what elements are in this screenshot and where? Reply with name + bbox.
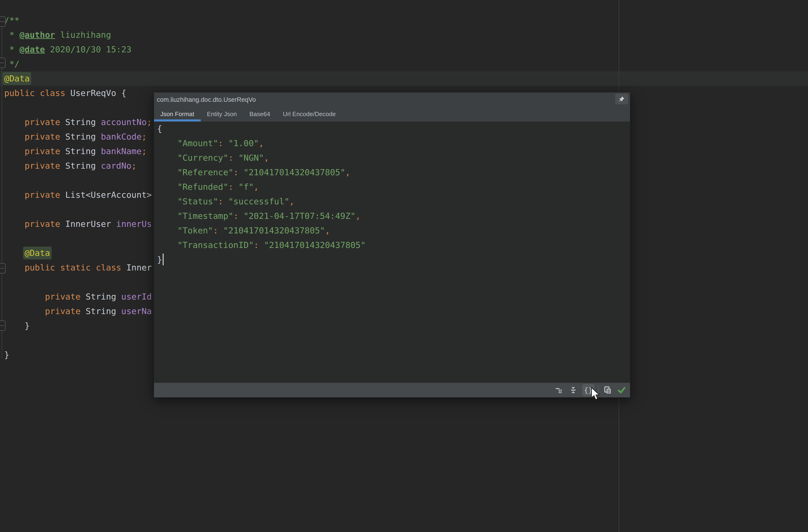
code-token: ; [142,146,147,156]
code-token: @date [19,44,45,54]
code-token: private [25,146,65,156]
code-token: 2020/10/30 15:23 [45,44,131,54]
code-token: accountNo [101,117,147,127]
code-line: */ [4,57,808,71]
code-token: public class [4,88,70,98]
code-token: Inner [126,263,152,272]
code-token: String [65,161,101,171]
code-token: liuzhihang [55,30,111,40]
code-token: String [65,146,101,156]
code-token: /** [4,16,19,25]
json-text: { "Amount": "1.00", "Currency": "NGN", "… [157,121,366,267]
code-line: /** [4,13,808,28]
code-token: * [4,30,19,40]
join-lines-icon[interactable] [554,384,564,396]
popup-header: com.liuzhihang.doc.dto.UserReqVo [154,92,630,107]
mouse-cursor [591,387,602,402]
code-token: private [25,132,65,141]
fold-marker-icon[interactable] [0,263,6,273]
json-line: "Amount": "1.00", [157,136,366,151]
popup-toolbar: {} [154,383,630,397]
code-token: bankCode [101,132,142,141]
code-token: } [4,350,10,360]
code-token: List<UserAccount> [65,190,152,200]
collapse-lines-icon[interactable] [568,384,579,396]
code-token: String [65,117,101,127]
code-token: String [86,306,121,316]
popup-title: com.liuzhihang.doc.dto.UserReqVo [157,92,256,107]
popup-tabbar: Json FormatEntity JsonBase64Url Encode/D… [154,107,630,121]
json-line: } [157,252,366,267]
code-token: innerUs [116,219,152,229]
json-line: "Reference": "210417014320437805", [157,165,366,180]
code-token: * [4,44,19,54]
code-token: UserReqVo [70,88,121,98]
code-token: userId [121,292,152,301]
code-token: @author [19,30,55,40]
code-token: userNa [121,306,152,316]
doc-view-popup: com.liuzhihang.doc.dto.UserReqVo Json Fo… [154,92,630,398]
json-line: "Token": "210417014320437805", [157,223,366,238]
code-token: { [121,88,127,98]
json-output-area[interactable]: { "Amount": "1.00", "Currency": "NGN", "… [154,121,630,383]
code-token: String [86,292,121,301]
tab-base64[interactable]: Base64 [243,107,277,121]
tab-url-encode-decode[interactable]: Url Encode/Decode [277,107,342,121]
tab-json-format[interactable]: Json Format [154,107,201,121]
code-token: String [65,132,101,141]
code-token: public static class [25,263,126,272]
pin-icon[interactable] [615,94,628,104]
json-line: "Refunded": "f", [157,180,366,194]
code-token: */ [4,59,19,69]
json-line: "Timestamp": "2021-04-17T07:54:49Z", [157,209,366,223]
code-token: ; [147,117,152,127]
fold-marker-icon[interactable] [0,320,6,331]
code-token: private [25,190,65,200]
json-line: "Status": "successful", [157,194,366,209]
ide-editor-screen: /** * @author liuzhihang * @date 2020/10… [0,0,808,532]
json-line: "Currency": "NGN", [157,151,366,165]
code-token: bankName [101,146,142,156]
gutter-fold-line [2,25,2,358]
code-line: * @author liuzhihang [4,28,808,42]
json-line: "TransactionID": "210417014320437805" [157,238,366,252]
code-token: private [25,219,65,229]
code-token: private [25,117,65,127]
fold-marker-icon[interactable] [0,58,6,68]
code-token: ; [131,161,136,171]
code-token: @Data [4,74,30,83]
code-token: private [45,306,86,316]
fold-marker-icon[interactable] [0,16,6,27]
code-line: @Data [4,71,808,86]
code-token: @Data [25,248,50,258]
apply-check-icon[interactable] [617,384,627,396]
text-caret [163,253,164,265]
code-token: } [25,321,30,330]
copy-icon[interactable] [602,384,613,396]
code-token: private [45,292,86,301]
code-line: * @date 2020/10/30 15:23 [4,42,808,57]
json-line: { [157,121,366,136]
code-token: InnerUser [65,219,116,229]
code-token: private [25,161,65,171]
code-token: cardNo [101,161,131,171]
code-token: ; [142,132,147,141]
tab-entity-json[interactable]: Entity Json [201,107,243,121]
